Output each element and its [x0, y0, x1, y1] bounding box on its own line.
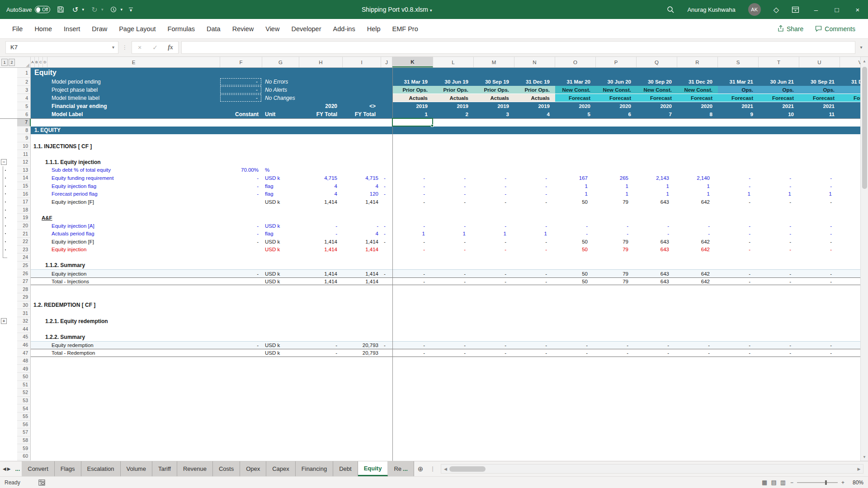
- formula-input[interactable]: [181, 41, 855, 54]
- close-button[interactable]: ×: [847, 0, 868, 19]
- cell-period-value[interactable]: -: [474, 270, 514, 277]
- cell-period-value[interactable]: -: [799, 174, 840, 182]
- column-header-I[interactable]: I: [343, 57, 381, 67]
- cell-period-value[interactable]: -: [637, 349, 677, 357]
- row-header-16[interactable]: 16: [17, 190, 31, 198]
- cell-period-value[interactable]: -: [759, 230, 799, 238]
- cell-period-value[interactable]: 1: [677, 190, 718, 198]
- cell-period-value[interactable]: -: [433, 349, 474, 357]
- hscroll-left-icon[interactable]: ◀: [441, 467, 449, 471]
- sheet-tab-opex[interactable]: Opex: [240, 461, 266, 476]
- fill-handle[interactable]: [431, 124, 434, 127]
- cancel-icon[interactable]: ×: [132, 42, 147, 53]
- cell-period-value[interactable]: 1: [637, 190, 677, 198]
- period-number[interactable]: 9: [718, 110, 759, 118]
- zoom-in-icon[interactable]: +: [841, 479, 844, 486]
- cell-period-value[interactable]: -: [514, 222, 555, 230]
- outline-level-1[interactable]: 1: [1, 59, 8, 66]
- cell-constant[interactable]: [220, 333, 262, 341]
- user-name[interactable]: Anurag Kushwaha: [681, 0, 741, 19]
- cell-unit[interactable]: [262, 301, 299, 310]
- normal-view-icon[interactable]: ▦: [762, 479, 767, 486]
- row-header-49[interactable]: 49: [17, 365, 31, 373]
- expand-group-button[interactable]: +: [1, 318, 7, 324]
- row-header-12[interactable]: 12: [17, 158, 31, 166]
- column-header-H[interactable]: H: [299, 57, 343, 67]
- column-header-N[interactable]: N: [514, 57, 555, 67]
- row-header-21[interactable]: 21: [17, 230, 31, 238]
- cell-check[interactable]: [381, 142, 392, 150]
- cell-period-value[interactable]: -: [759, 270, 799, 277]
- hscroll-right-icon[interactable]: ▶: [855, 467, 863, 471]
- cell-period-value[interactable]: -: [799, 349, 840, 357]
- title-dropdown-icon[interactable]: ▾: [430, 8, 432, 13]
- cell-unit[interactable]: USD k: [262, 246, 299, 254]
- cell-unit[interactable]: [262, 262, 299, 270]
- cell-period-value[interactable]: -: [759, 222, 799, 230]
- cell-fytotal[interactable]: [343, 214, 381, 222]
- cell-period-value[interactable]: -: [596, 349, 637, 357]
- row-label[interactable]: Equity injection: [31, 270, 220, 277]
- period-number[interactable]: 1: [392, 110, 433, 118]
- cell-period-value[interactable]: 1: [677, 182, 718, 190]
- cell-unit[interactable]: USD k: [262, 278, 299, 285]
- sheet-tab-escalation[interactable]: Escalation: [81, 461, 121, 476]
- cell-fytotal[interactable]: 4,715: [343, 174, 381, 182]
- cell-constant[interactable]: [220, 317, 262, 325]
- row-header-32[interactable]: 32: [17, 317, 31, 325]
- cell-period-value[interactable]: -: [677, 342, 718, 349]
- cell-check[interactable]: -: [381, 190, 392, 198]
- cell-period-value[interactable]: -: [677, 230, 718, 238]
- row-header-4[interactable]: 4: [17, 94, 31, 102]
- cell-period-value[interactable]: 265: [596, 174, 637, 182]
- period-date[interactable]: 31 Mar 21: [718, 78, 759, 86]
- cell-period-value[interactable]: 643: [637, 270, 677, 277]
- cell-fy2020[interactable]: [299, 166, 343, 174]
- cell-check[interactable]: -: [381, 174, 392, 182]
- row-label[interactable]: Forecast period flag: [31, 190, 220, 198]
- row-header-17[interactable]: 17: [17, 198, 31, 206]
- cell-period-value[interactable]: -: [392, 238, 433, 246]
- cell-constant[interactable]: [220, 301, 262, 310]
- undo-dropdown-icon[interactable]: ▾: [82, 7, 84, 12]
- zoom-percentage[interactable]: 80%: [848, 479, 863, 486]
- period-date[interactable]: 30 Jun 19: [433, 78, 474, 86]
- period-status[interactable]: Forecast: [840, 94, 860, 102]
- cell-period-value[interactable]: 1: [759, 190, 799, 198]
- sheet-nav-right-icon[interactable]: ▶: [7, 466, 11, 471]
- row-label[interactable]: Equity injection [F]: [31, 198, 220, 206]
- period-date[interactable]: 31 Mar 20: [555, 78, 596, 86]
- cell-period-value[interactable]: -: [474, 174, 514, 182]
- cell-fytotal[interactable]: 20,793: [343, 342, 381, 349]
- cell-period-value[interactable]: -: [596, 222, 637, 230]
- row-header-1[interactable]: 1: [17, 68, 31, 78]
- cell-period-value[interactable]: 2,143: [637, 174, 677, 182]
- cell-fy2020[interactable]: [299, 214, 343, 222]
- cell-period-value[interactable]: 1: [799, 190, 840, 198]
- cell-period-value[interactable]: -: [392, 222, 433, 230]
- cell-period-value[interactable]: 50: [555, 246, 596, 254]
- period-phase[interactable]: New Const.: [677, 86, 718, 94]
- period-phase[interactable]: New Const.: [555, 86, 596, 94]
- row-label[interactable]: Equity injection [A]: [31, 222, 220, 230]
- cell-check[interactable]: [381, 349, 392, 357]
- column-header-S[interactable]: S: [718, 57, 759, 67]
- cell-period-value[interactable]: -: [474, 182, 514, 190]
- cell-period-value[interactable]: -: [718, 230, 759, 238]
- row-header-60[interactable]: 60: [17, 452, 31, 460]
- cell-constant[interactable]: [220, 214, 262, 222]
- cell-unit[interactable]: USD k: [262, 222, 299, 230]
- period-status[interactable]: Forecast: [555, 94, 596, 102]
- period-date[interactable]: 31 Dec 19: [514, 78, 555, 86]
- period-number[interactable]: 4: [514, 110, 555, 118]
- header-input-cell[interactable]: -: [220, 78, 262, 86]
- cell-period-value[interactable]: -: [799, 270, 840, 277]
- share-button[interactable]: Share: [773, 23, 808, 34]
- cell-period-value[interactable]: -: [392, 270, 433, 277]
- cell-period-value[interactable]: -: [799, 182, 840, 190]
- period-date[interactable]: 31 Dec 21: [840, 78, 860, 86]
- column-header-D[interactable]: D: [43, 57, 47, 67]
- row-label[interactable]: 1.1.1. Equity injection: [31, 158, 220, 166]
- outline-level-2[interactable]: 2: [9, 59, 15, 66]
- cell-period-value[interactable]: -: [555, 342, 596, 349]
